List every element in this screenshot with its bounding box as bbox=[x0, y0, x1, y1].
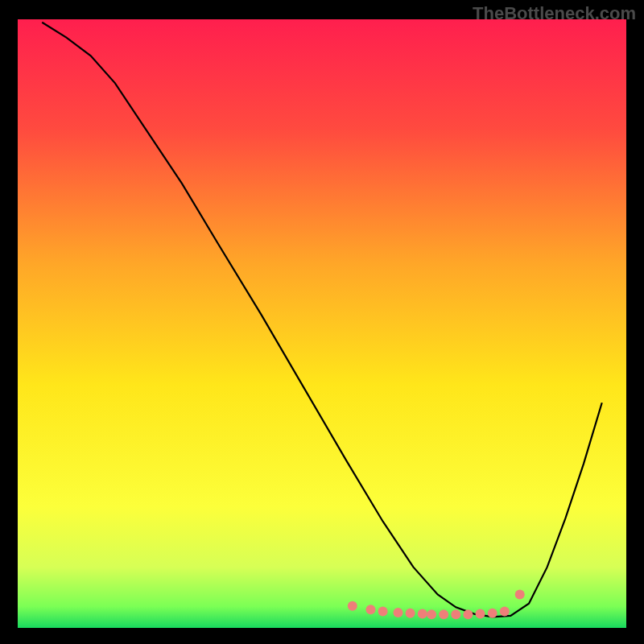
chart-hover-cell[interactable] bbox=[109, 19, 139, 628]
chart-hover-cell[interactable] bbox=[139, 19, 170, 628]
chart-hover-cell[interactable] bbox=[261, 19, 291, 628]
chart-hover-cell[interactable] bbox=[353, 19, 383, 628]
chart-hover-cell[interactable] bbox=[48, 19, 79, 628]
chart-hover-cell[interactable] bbox=[291, 19, 322, 628]
chart-hover-cell[interactable] bbox=[200, 19, 231, 628]
chart-container: TheBottleneck.com bbox=[0, 0, 644, 644]
chart-hover-cell[interactable] bbox=[474, 19, 505, 628]
chart-hover-cell[interactable] bbox=[383, 19, 414, 628]
chart-hover-cell[interactable] bbox=[535, 19, 566, 628]
chart-hover-cell[interactable] bbox=[413, 19, 444, 628]
watermark-text: TheBottleneck.com bbox=[473, 3, 636, 24]
chart-hover-cell[interactable] bbox=[170, 19, 200, 628]
chart-hover-cell[interactable] bbox=[505, 19, 535, 628]
chart-hover-cell[interactable] bbox=[18, 19, 48, 628]
chart-hover-cell[interactable] bbox=[565, 19, 596, 628]
chart-hover-cell[interactable] bbox=[231, 19, 262, 628]
chart-hover-cell[interactable] bbox=[322, 19, 353, 628]
chart-hover-cell[interactable] bbox=[596, 19, 626, 628]
chart-hover-cell[interactable] bbox=[444, 19, 474, 628]
bottleneck-chart bbox=[0, 0, 644, 644]
chart-hover-cell[interactable] bbox=[79, 19, 109, 628]
